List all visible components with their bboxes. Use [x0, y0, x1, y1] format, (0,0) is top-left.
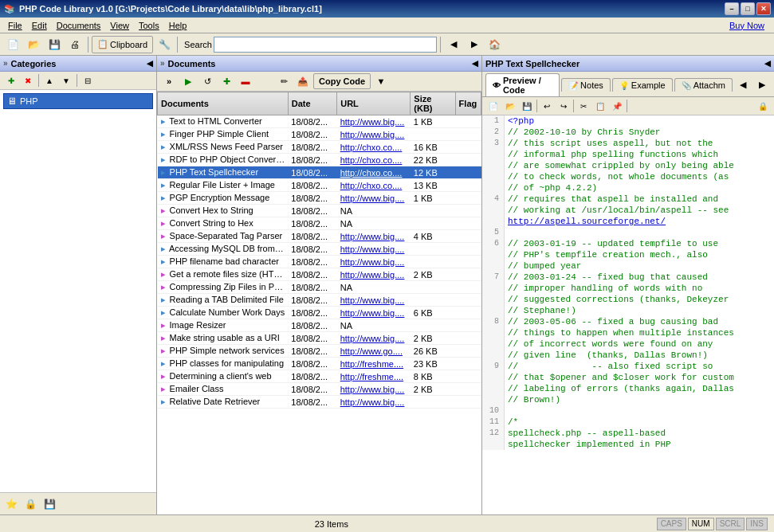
- col-size[interactable]: Size (KB): [411, 92, 455, 115]
- table-row[interactable]: ▸ Get a remote files size (HTTP 18/08/2.…: [158, 268, 481, 281]
- menu-help[interactable]: Help: [164, 19, 192, 32]
- doc-row-url[interactable]: http://www.big....: [337, 128, 411, 141]
- table-row[interactable]: ▸ Emailer Class 18/08/2... http://www.bi…: [158, 383, 481, 396]
- editor-collapse-icon[interactable]: ◀: [764, 59, 771, 68]
- col-date[interactable]: Date: [288, 92, 336, 115]
- doc-row-url[interactable]: http://www.big....: [337, 230, 411, 243]
- menu-view[interactable]: View: [105, 19, 134, 32]
- ed-open-btn[interactable]: 📂: [502, 99, 518, 113]
- table-row[interactable]: ▸ Convert Hex to String 18/08/2... NA: [158, 205, 481, 217]
- close-button[interactable]: ✕: [756, 2, 771, 15]
- table-row[interactable]: ▸ Space-Separated Tag Parser 18/08/2... …: [158, 230, 481, 243]
- doc-row-url[interactable]: http://www.big....: [337, 115, 411, 128]
- col-documents[interactable]: Documents: [158, 92, 289, 115]
- cat-delete-button[interactable]: ✖: [20, 73, 36, 88]
- table-row[interactable]: ▸ Convert String to Hex 18/08/2... NA: [158, 217, 481, 230]
- doc-row-url[interactable]: http://www.big....: [337, 192, 411, 205]
- clipboard-button[interactable]: 📋 Clipboard: [92, 36, 153, 53]
- toolbar-tool-1[interactable]: 🔧: [155, 36, 174, 53]
- menu-documents[interactable]: Documents: [52, 19, 106, 32]
- doc-row-url[interactable]: http://www.big....: [337, 268, 411, 281]
- doc-row-url[interactable]: http://www.big....: [337, 243, 411, 256]
- print-button[interactable]: 🖨: [65, 36, 84, 53]
- cat-add-button[interactable]: ✚: [3, 73, 19, 88]
- ed-copy-btn[interactable]: 📋: [592, 99, 608, 113]
- editor-nav-prev[interactable]: ◀: [734, 77, 752, 93]
- table-row[interactable]: ▸ PHP Text Spellchecker 18/08/2... http:…: [158, 166, 481, 179]
- table-row[interactable]: ▸ Make string usable as a URI 18/08/2...…: [158, 332, 481, 345]
- ed-undo-btn[interactable]: ↩: [539, 99, 555, 113]
- categories-collapse-icon[interactable]: ◀: [147, 59, 153, 68]
- tab-notes[interactable]: 📝 Notes: [561, 78, 611, 92]
- table-row[interactable]: ▸ Determining a client's web 18/08/2... …: [158, 370, 481, 383]
- cat-down-button[interactable]: ▼: [58, 73, 74, 88]
- doc-row-url[interactable]: http://chxo.co....: [337, 166, 411, 179]
- doc-row-url[interactable]: http://chxo.co....: [337, 141, 411, 154]
- table-row[interactable]: ▸ Accessing MySQL DB from P... 18/08/2..…: [158, 243, 481, 256]
- category-item-php[interactable]: 🖥 PHP: [3, 93, 153, 109]
- export-button[interactable]: 💾: [41, 496, 57, 512]
- ed-paste-btn[interactable]: 📌: [609, 99, 625, 113]
- table-row[interactable]: ▸ PHP filename bad character 18/08/2... …: [158, 256, 481, 268]
- table-row[interactable]: ▸ Finger PHP Simple Client 18/08/2... ht…: [158, 128, 481, 141]
- doc-add-button[interactable]: ✚: [218, 73, 235, 89]
- home-button[interactable]: 🏠: [485, 36, 505, 53]
- doc-row-url[interactable]: http://freshme....: [337, 358, 411, 370]
- doc-row-url[interactable]: http://www.big....: [337, 256, 411, 268]
- tab-attachments[interactable]: 📎 Attachm: [674, 78, 733, 92]
- doc-row-url[interactable]: http://www.big....: [337, 383, 411, 396]
- table-row[interactable]: ▸ RDF to PHP Object Converter 18/08/2...…: [158, 154, 481, 166]
- doc-export-button[interactable]: 📤: [294, 73, 312, 89]
- table-row[interactable]: ▸ Calculate Number Work Days 18/08/2... …: [158, 307, 481, 319]
- table-row[interactable]: ▸ Relative Date Retriever 18/08/2... htt…: [158, 396, 481, 409]
- tab-preview-code[interactable]: 👁 Preview / Code: [485, 73, 560, 96]
- table-row[interactable]: ▸ Text to HTML Converter 18/08/2... http…: [158, 115, 481, 128]
- doc-row-url[interactable]: http://www.big....: [337, 332, 411, 345]
- doc-row-url[interactable]: http://www.big....: [337, 294, 411, 307]
- editor-nav-next[interactable]: ▶: [753, 77, 771, 93]
- table-row[interactable]: ▸ Compressing Zip Files in PHP 18/08/2..…: [158, 281, 481, 294]
- doc-row-url[interactable]: http://chxo.co....: [337, 179, 411, 192]
- doc-expand-button[interactable]: »: [160, 73, 178, 89]
- ed-save-btn[interactable]: 💾: [519, 99, 535, 113]
- tab-example[interactable]: 💡 Example: [612, 78, 673, 92]
- table-row[interactable]: ▸ PHP classes for manipulating 18/08/2..…: [158, 358, 481, 370]
- doc-row-url[interactable]: http://www.go....: [337, 345, 411, 358]
- table-row[interactable]: ▸ PHP Simple network services 18/08/2...…: [158, 345, 481, 358]
- ed-new-btn[interactable]: 📄: [485, 99, 501, 113]
- table-row[interactable]: ▸ Reading a TAB Delimited File 18/08/2..…: [158, 294, 481, 307]
- maximize-button[interactable]: □: [741, 2, 755, 15]
- minimize-button[interactable]: –: [725, 2, 739, 15]
- menu-tools[interactable]: Tools: [134, 19, 164, 32]
- doc-options-button[interactable]: ▼: [372, 73, 390, 89]
- buy-now-link[interactable]: Buy Now: [729, 21, 771, 30]
- doc-row-url[interactable]: http://www.big....: [337, 396, 411, 409]
- doc-delete-button[interactable]: ▬: [237, 73, 254, 89]
- doc-row-url[interactable]: http://chxo.co....: [337, 154, 411, 166]
- search-input[interactable]: [214, 37, 437, 53]
- doc-start-button[interactable]: ▶: [179, 73, 197, 89]
- cat-collapse-button[interactable]: ⊟: [80, 73, 96, 88]
- table-row[interactable]: ▸ PGP Encryption Message 18/08/2... http…: [158, 192, 481, 205]
- favorites-button[interactable]: ⭐: [3, 496, 19, 512]
- nav-back-button[interactable]: ◀: [444, 36, 463, 53]
- nav-forward-button[interactable]: ▶: [465, 36, 484, 53]
- cat-up-button[interactable]: ▲: [41, 73, 57, 88]
- doc-row-url[interactable]: http://freshme....: [337, 370, 411, 383]
- doc-refresh-button[interactable]: ↺: [198, 73, 216, 89]
- ed-cut-btn[interactable]: ✂: [576, 99, 591, 113]
- new-button[interactable]: 📄: [3, 36, 22, 53]
- table-row[interactable]: ▸ Regular File Lister + Image 18/08/2...…: [158, 179, 481, 192]
- open-button[interactable]: 📂: [24, 36, 43, 53]
- menu-edit[interactable]: Edit: [27, 19, 52, 32]
- col-url[interactable]: URL: [337, 92, 411, 115]
- lock-button[interactable]: 🔒: [22, 496, 38, 512]
- doc-edit-button[interactable]: ✏: [275, 73, 293, 89]
- col-flag[interactable]: Flag: [455, 92, 481, 115]
- copy-code-button[interactable]: Copy Code: [313, 73, 371, 89]
- doc-row-url[interactable]: http://www.big....: [337, 307, 411, 319]
- code-editor[interactable]: 1<?php2// 2002-10-10 by Chris Snyder3// …: [482, 115, 774, 514]
- documents-collapse-icon[interactable]: ◀: [472, 59, 478, 68]
- table-row[interactable]: ▸ XML/RSS News Feed Parser 18/08/2... ht…: [158, 141, 481, 154]
- ed-lock-btn[interactable]: 🔒: [755, 99, 771, 113]
